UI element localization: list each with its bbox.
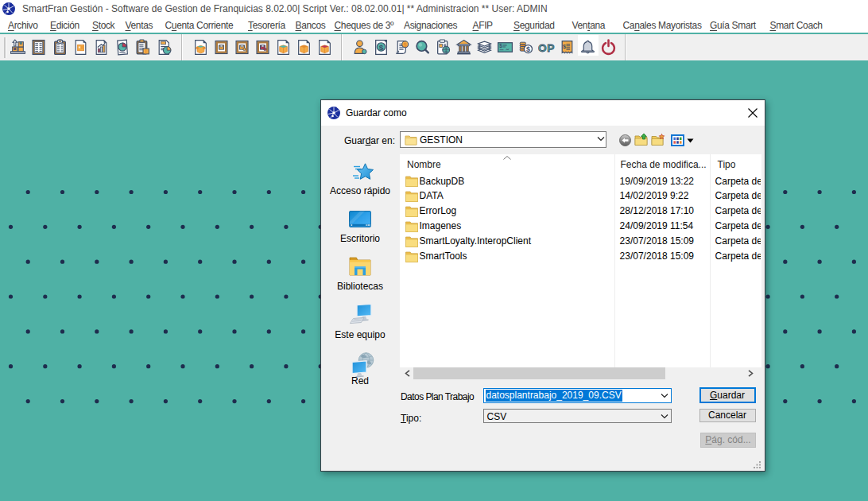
svg-text:$: $ bbox=[379, 42, 384, 51]
svg-text:OP: OP bbox=[538, 41, 555, 53]
svg-text:$: $ bbox=[563, 42, 566, 49]
svg-text:$: $ bbox=[499, 43, 502, 49]
svg-text:$: $ bbox=[526, 45, 530, 52]
svg-text:$: $ bbox=[403, 41, 407, 48]
